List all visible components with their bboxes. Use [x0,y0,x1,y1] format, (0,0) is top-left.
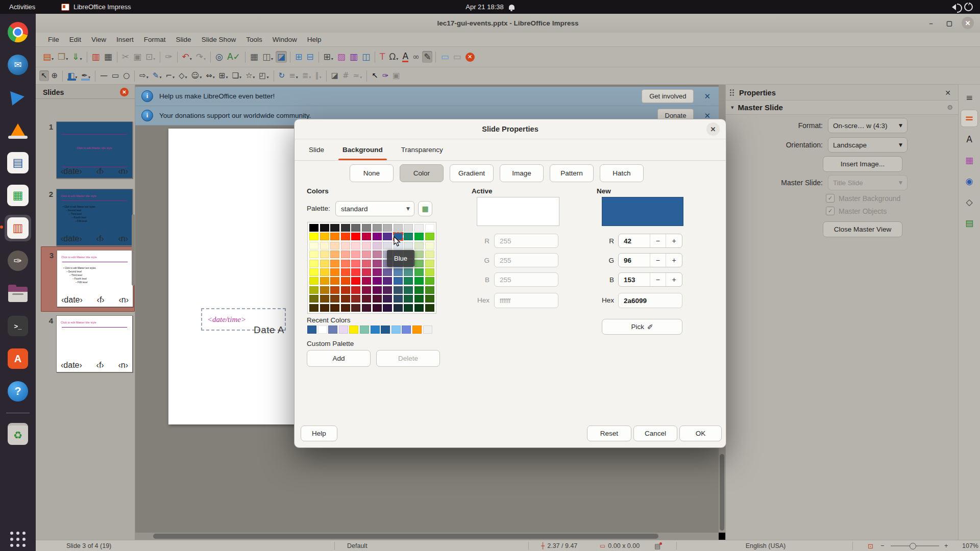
palette-cell-r6c3[interactable] [341,277,350,285]
window-titlebar[interactable]: lec17-gui-events.pptx - LibreOffice Impr… [36,14,980,33]
palette-cell-r8c1[interactable] [320,295,329,303]
palette-cell-r5c6[interactable] [373,268,382,276]
dock-item-trash[interactable]: ♻ [5,420,31,447]
horizontal-scrollbar[interactable] [135,533,719,540]
palette-cell-r6c6[interactable] [373,277,382,285]
palette-cell-r2c4[interactable] [351,242,360,249]
insert-chart-icon[interactable]: ◫ [360,51,372,63]
basic-shapes-icon[interactable]: ◇▾ [177,70,189,81]
close-sidebar-deck-icon[interactable]: ✕ [945,89,953,96]
palette-cell-r0c10[interactable] [414,224,424,232]
recent-color-2[interactable] [328,325,337,334]
zoom-pan-icon[interactable]: ⊕ [50,70,60,81]
new-r-value[interactable]: 42 [619,234,650,247]
slide-row-2[interactable]: 2Click to edit Master title style• Click… [36,189,134,246]
palette-cell-r6c7[interactable] [383,277,392,285]
block-arrows-icon[interactable]: ⇔▾ [204,70,216,81]
dropdown-arrow-icon[interactable]: ▾ [52,57,54,61]
print-icon[interactable]: ▦ [103,51,114,63]
palette-cell-r2c9[interactable] [404,242,413,249]
insert-table-icon[interactable]: ⊞▾ [322,51,335,63]
tab-transparency[interactable]: Transparency [394,139,450,160]
palette-cell-r3c6[interactable] [373,251,382,258]
maximize-button[interactable]: ▢ [943,17,955,29]
tab-navigator-icon[interactable]: ◉ [961,172,978,190]
palette-cell-r8c2[interactable] [330,295,339,303]
delete-custom-palette-button[interactable]: Delete [376,350,440,367]
zoom-out-button[interactable]: − [880,540,884,551]
line-color-icon[interactable]: ✒▾ [80,70,92,81]
layout-name-status[interactable]: Default [347,540,368,551]
palette-cell-r8c9[interactable] [404,295,413,303]
font-color-icon[interactable]: A [401,51,410,64]
lines-and-arrows-icon[interactable]: ⇨▾ [138,70,150,81]
new-b-value[interactable]: 153 [619,273,650,286]
decrement-button[interactable]: − [650,273,666,286]
palette-cell-r2c7[interactable] [383,242,392,249]
palette-cell-r9c4[interactable] [351,304,360,312]
fill-type-hatch-button[interactable]: Hatch [600,164,644,182]
slides-panel-scrollbar[interactable] [132,214,135,286]
clone-formatting-icon[interactable]: ✑ [163,51,174,63]
recent-color-0[interactable] [307,325,316,334]
insert-image-button[interactable]: Insert Image... [823,156,902,172]
recent-color-6[interactable] [371,325,380,334]
palette-cell-r7c6[interactable] [373,286,382,294]
dock-item-files[interactable] [5,280,31,307]
palette-cell-r5c2[interactable] [330,268,339,276]
palette-cell-r7c1[interactable] [320,286,329,294]
palette-cell-r3c2[interactable] [330,251,339,258]
palette-cell-r9c10[interactable] [414,304,424,312]
menu-slide[interactable]: Slide [171,34,197,45]
dialog-close-icon[interactable]: ✕ [706,122,720,136]
dropdown-arrow-icon[interactable]: ▾ [173,76,175,80]
insert-image-icon[interactable]: ▨ [336,51,347,63]
focused-app-indicator[interactable]: LibreOffice Impress [61,3,131,11]
dropdown-arrow-icon[interactable]: ▾ [153,57,155,61]
increment-button[interactable]: + [666,234,682,247]
palette-cell-r1c3[interactable] [341,233,350,240]
tab-master-slides-icon[interactable]: ▤ [961,214,978,232]
menu-tools[interactable]: Tools [241,34,267,45]
document-modified-icon[interactable]: ▤ [654,542,660,550]
palette-cell-r2c5[interactable] [362,242,371,249]
palette-cell-r6c10[interactable] [414,277,424,285]
insert-media-icon[interactable]: ▥ [348,51,359,63]
dropdown-arrow-icon[interactable]: ▾ [226,76,228,80]
orientation-select[interactable]: Landscape ▼ [828,137,908,153]
new-slide-icon[interactable]: ⊞ [293,51,304,63]
load-palette-button[interactable]: ▦ [418,201,432,216]
palette-cell-r0c4[interactable] [351,224,360,232]
dock-item-ubuntu-software[interactable]: A [5,345,31,372]
palette-cell-r2c11[interactable] [425,242,434,249]
toggle-extrusion-icon[interactable]: ▣ [391,70,401,81]
palette-cell-r0c3[interactable] [341,224,350,232]
palette-cell-r8c6[interactable] [373,295,382,303]
menu-file[interactable]: File [43,34,64,45]
menu-edit[interactable]: Edit [64,34,86,45]
fill-type-image-button[interactable]: Image [500,164,544,182]
close-master-view-button[interactable]: Close Master View [823,221,902,237]
decrement-button[interactable]: − [650,254,666,267]
open-file-icon[interactable]: ❒▾ [56,51,69,63]
export-pdf-icon[interactable]: ▥ [90,51,102,63]
palette-cell-r0c1[interactable] [320,224,329,232]
recent-color-11[interactable] [423,325,432,334]
palette-cell-r6c0[interactable] [309,277,318,285]
palette-cell-r2c1[interactable] [320,242,329,249]
insert-text-box-icon[interactable]: T [378,51,386,63]
dropdown-arrow-icon[interactable]: ▾ [200,76,202,80]
active-hex-field[interactable]: ffffff [494,293,558,308]
decrement-button[interactable]: − [650,234,666,247]
find-replace-icon[interactable]: ◎ [214,51,225,63]
get-involved-button[interactable]: Get involved [642,89,694,103]
reset-button[interactable]: Reset [587,425,631,441]
palette-cell-r6c2[interactable] [330,277,339,285]
palette-cell-r9c7[interactable] [383,304,392,312]
palette-cell-r2c3[interactable] [341,242,350,249]
palette-cell-r5c5[interactable] [362,268,371,276]
vertical-scrollbar-thumb[interactable] [720,454,724,531]
palette-cell-r5c8[interactable] [394,268,403,276]
palette-cell-r9c9[interactable] [404,304,413,312]
palette-cell-r8c10[interactable] [414,295,424,303]
